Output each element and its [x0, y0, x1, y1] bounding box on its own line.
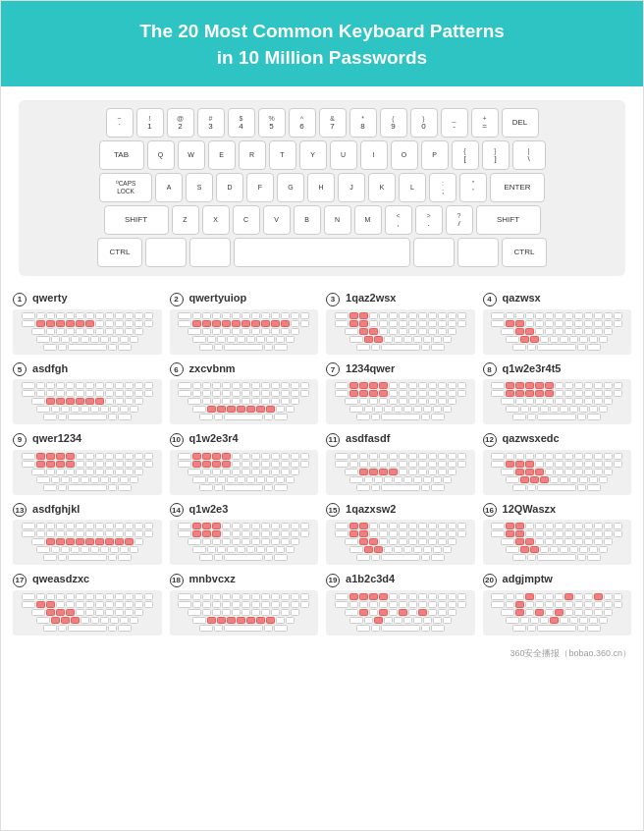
pattern-14: 14 q1w2e3 — [170, 503, 319, 566]
key-shift-left: SHIFT — [104, 205, 169, 235]
pattern-14-keyboard — [170, 520, 319, 565]
key-g: G — [277, 173, 304, 202]
key-fn2 — [189, 238, 231, 267]
pattern-grid-section: 1 qwerty — [1, 284, 643, 645]
key-row-5: CTRL CTRL — [27, 238, 617, 267]
key-quote: "' — [459, 173, 487, 202]
pattern-7-label: 7 1234qwer — [326, 362, 475, 377]
pattern-8-label: 8 q1w2e3r4t5 — [483, 362, 632, 377]
pattern-6-keyboard — [170, 379, 319, 424]
pattern-6-label: 6 zxcvbnm — [170, 362, 319, 377]
pattern-10-label: 10 q1w2e3r4 — [170, 432, 319, 447]
key-bracket-open: {[ — [452, 140, 479, 170]
pattern-4-label: 4 qazwsx — [483, 292, 632, 306]
key-fn3 — [413, 238, 455, 267]
key-row-1: ~` !1 @2 #3 $4 %5 ^6 &7 *8 (9 )0 _- += D… — [27, 108, 617, 138]
key-ctrl-right: CTRL — [502, 238, 547, 267]
pattern-16: 16 12QWaszx — [483, 503, 632, 566]
pattern-15-label: 15 1qazxsw2 — [326, 503, 475, 518]
key-enter: ENTER — [490, 173, 545, 202]
key-z: Z — [172, 205, 199, 235]
key-o: O — [391, 140, 418, 170]
key-t: T — [269, 140, 296, 170]
pattern-12-label: 12 qazwsxedc — [483, 432, 632, 447]
pattern-3-keyboard — [326, 309, 475, 355]
key-shift-right: SHIFT — [476, 205, 541, 235]
key-p: P — [421, 140, 449, 170]
pattern-12-keyboard — [483, 450, 632, 495]
key-6: ^6 — [289, 108, 316, 138]
key-e: E — [208, 140, 236, 170]
pattern-3: 3 1qaz2wsx — [326, 292, 475, 355]
pattern-20-label: 20 adgjmptw — [483, 573, 632, 587]
pattern-15-keyboard — [326, 520, 475, 565]
pattern-2-label: 2 qwertyuiop — [170, 292, 319, 306]
pattern-2: 2 qwertyuiop — [170, 292, 319, 355]
page: The 20 Most Common Keyboard Patterns in … — [0, 0, 644, 831]
header-title: The 20 Most Common Keyboard Patterns — [139, 21, 505, 41]
key-b: B — [294, 205, 321, 235]
pattern-16-label: 16 12QWaszx — [483, 503, 632, 518]
pattern-6: 6 zxcvbnm — [170, 362, 319, 425]
pattern-3-label: 3 1qaz2wsx — [326, 292, 475, 306]
key-c: C — [233, 205, 260, 235]
key-u: U — [330, 140, 357, 170]
pattern-5-label: 5 asdfgh — [13, 362, 162, 377]
pattern-18-keyboard — [170, 590, 319, 636]
pattern-13-label: 13 asdfghjkl — [13, 503, 162, 518]
key-4: $4 — [228, 108, 255, 138]
pattern-4: 4 qazwsx — [483, 292, 632, 355]
key-q: Q — [147, 140, 175, 170]
key-row-3: ⁰CAPSLOCK A S D F G H J K L :; "' ENTER — [27, 173, 617, 202]
pattern-17-keyboard — [13, 590, 162, 636]
key-capslock: ⁰CAPSLOCK — [99, 173, 152, 202]
key-fn4 — [457, 238, 499, 267]
pattern-8-keyboard — [483, 379, 632, 424]
pattern-18-label: 18 mnbvcxz — [170, 573, 319, 587]
pattern-17-label: 17 qweasdzxc — [13, 573, 162, 587]
key-tilde: ~` — [106, 108, 134, 138]
pattern-1: 1 qwerty — [13, 292, 162, 355]
pattern-13-keyboard — [13, 520, 162, 565]
pattern-8: 8 q1w2e3r4t5 — [483, 362, 632, 425]
key-7: &7 — [319, 108, 347, 138]
key-tab: TAB — [99, 140, 144, 170]
pattern-7: 7 1234qwer — [326, 362, 475, 425]
pattern-9-label: 9 qwer1234 — [13, 432, 162, 447]
key-w: W — [178, 140, 205, 170]
key-8: *8 — [349, 108, 377, 138]
key-y: Y — [299, 140, 327, 170]
key-del: DEL — [502, 108, 539, 138]
key-h: H — [307, 173, 335, 202]
key-f: F — [246, 173, 274, 202]
pattern-10-keyboard — [170, 450, 319, 495]
key-equals: += — [471, 108, 499, 138]
key-0: )0 — [410, 108, 438, 138]
key-3: #3 — [197, 108, 225, 138]
pattern-grid: 1 qwerty — [13, 292, 631, 636]
key-minus: _- — [441, 108, 468, 138]
key-n: N — [324, 205, 351, 235]
key-i: I — [360, 140, 388, 170]
watermark: 360安全播报（bobao.360.cn） — [1, 645, 643, 664]
pattern-10: 10 q1w2e3r4 — [170, 432, 319, 495]
key-l: L — [399, 173, 426, 202]
key-a: A — [155, 173, 183, 202]
pattern-9: 9 qwer1234 — [13, 432, 162, 495]
key-d: D — [216, 173, 243, 202]
key-j: J — [338, 173, 365, 202]
main-keyboard-section: ~` !1 @2 #3 $4 %5 ^6 &7 *8 (9 )0 _- += D… — [1, 86, 643, 284]
pattern-7-keyboard — [326, 379, 475, 424]
pattern-11-keyboard — [326, 450, 475, 495]
pattern-4-keyboard — [483, 309, 632, 355]
key-row-4: SHIFT Z X C V B N M <, >. ?/ SHIFT — [27, 205, 617, 235]
pattern-18: 18 mnbvcxz — [170, 573, 319, 636]
key-1: !1 — [136, 108, 164, 138]
main-keyboard: ~` !1 @2 #3 $4 %5 ^6 &7 *8 (9 )0 _- += D… — [19, 100, 625, 276]
key-s: S — [186, 173, 213, 202]
pattern-19: 19 a1b2c3d4 — [326, 573, 475, 636]
pattern-13: 13 asdfghjkl — [13, 503, 162, 566]
pattern-20-keyboard — [483, 590, 632, 636]
key-backslash: |\ — [512, 140, 546, 170]
pattern-1-label: 1 qwerty — [13, 292, 162, 306]
